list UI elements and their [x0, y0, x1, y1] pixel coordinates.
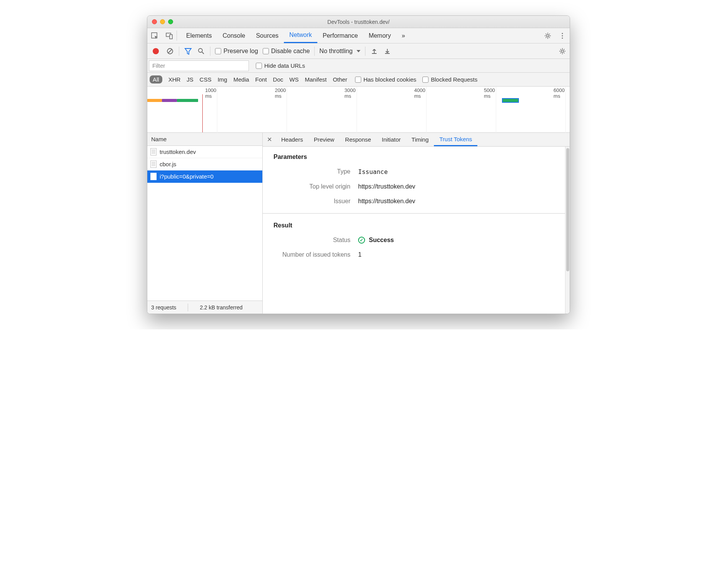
check-circle-icon: ✓: [358, 237, 365, 244]
issued-tokens-value: 1: [358, 251, 362, 258]
filter-all[interactable]: All: [150, 75, 162, 84]
network-toolbar: Preserve log Disable cache No throttling: [147, 43, 570, 59]
timeline-bar: [177, 99, 198, 102]
filter-placeholder: Filter: [152, 62, 165, 69]
tab-memory[interactable]: Memory: [363, 28, 396, 43]
request-name: i?public=0&private=0: [160, 173, 213, 180]
request-list: Name trusttoken.dev cbor.js i?public=0&p…: [147, 133, 263, 314]
document-icon: [150, 173, 157, 180]
upload-har-icon[interactable]: [370, 48, 379, 55]
issuer-value: https://trusttoken.dev: [358, 198, 415, 205]
issued-tokens-label: Number of issued tokens: [273, 251, 350, 258]
timeline-selection[interactable]: [502, 98, 519, 103]
request-row[interactable]: i?public=0&private=0: [147, 170, 262, 183]
throttling-select[interactable]: No throttling: [319, 48, 360, 55]
titlebar: DevTools - trusttoken.dev/: [147, 16, 570, 28]
search-icon[interactable]: [197, 47, 205, 55]
inspect-element-icon[interactable]: [147, 28, 162, 43]
preserve-log-label: Preserve log: [223, 48, 258, 55]
document-icon: [150, 148, 157, 155]
settings-icon[interactable]: [540, 32, 555, 40]
status-label: Status: [273, 237, 350, 244]
tick-label: 1000 ms: [205, 87, 216, 99]
type-filters: All XHR JS CSS Img Media Font Doc WS Man…: [147, 73, 570, 87]
minimize-window-button[interactable]: [160, 19, 165, 24]
filter-doc[interactable]: Doc: [273, 76, 283, 83]
dtab-headers[interactable]: Headers: [276, 133, 308, 146]
timeline-bar: [162, 99, 177, 102]
filter-ws[interactable]: WS: [289, 76, 298, 83]
svg-point-9: [198, 48, 202, 52]
tick-label: 3000 ms: [345, 87, 356, 99]
status-value: Success: [369, 237, 394, 244]
timeline-bar: [147, 99, 162, 102]
filter-other[interactable]: Other: [333, 76, 347, 83]
dtab-trust-tokens[interactable]: Trust Tokens: [434, 133, 477, 146]
request-name: trusttoken.dev: [160, 149, 196, 155]
maximize-window-button[interactable]: [168, 19, 173, 24]
blocked-requests-label: Blocked Requests: [431, 76, 477, 83]
requests-count: 3 requests: [151, 304, 176, 311]
tab-network[interactable]: Network: [284, 28, 317, 43]
dtab-response[interactable]: Response: [340, 133, 377, 146]
close-window-button[interactable]: [152, 19, 157, 24]
traffic-lights: [152, 19, 173, 24]
hide-data-urls-checkbox[interactable]: Hide data URLs: [256, 62, 305, 69]
request-row[interactable]: trusttoken.dev: [147, 146, 262, 158]
request-list-header[interactable]: Name: [147, 133, 262, 146]
filter-xhr[interactable]: XHR: [168, 76, 181, 83]
hide-data-urls-label: Hide data URLs: [264, 62, 305, 69]
dtab-initiator[interactable]: Initiator: [377, 133, 406, 146]
disable-cache-checkbox[interactable]: Disable cache: [263, 48, 310, 55]
filter-css[interactable]: CSS: [200, 76, 212, 83]
tab-more[interactable]: »: [396, 28, 410, 43]
request-row[interactable]: cbor.js: [147, 158, 262, 170]
divider: [263, 213, 570, 214]
svg-line-10: [202, 52, 204, 54]
tick-label: 4000 ms: [414, 87, 425, 99]
timeline[interactable]: 1000 ms 2000 ms 3000 ms 4000 ms 5000 ms …: [147, 87, 570, 133]
dtab-preview[interactable]: Preview: [308, 133, 340, 146]
scrollbar-thumb[interactable]: [566, 148, 569, 271]
download-har-icon[interactable]: [383, 48, 392, 55]
chevron-down-icon: [357, 50, 360, 52]
request-name: cbor.js: [160, 161, 176, 167]
network-settings-icon[interactable]: [558, 47, 567, 55]
tab-sources[interactable]: Sources: [250, 28, 284, 43]
close-detail-icon[interactable]: ✕: [263, 133, 276, 146]
top-origin-value: https://trusttoken.dev: [358, 183, 415, 190]
dtab-timing[interactable]: Timing: [406, 133, 434, 146]
detail-tabs: ✕ Headers Preview Response Initiator Tim…: [263, 133, 570, 147]
filter-icon[interactable]: [184, 47, 192, 55]
clear-icon[interactable]: [166, 47, 174, 55]
type-label: Type: [273, 168, 350, 175]
device-toolbar-icon[interactable]: [162, 28, 177, 43]
svg-point-6: [562, 37, 563, 38]
top-origin-label: Top level origin: [273, 183, 350, 190]
filter-manifest[interactable]: Manifest: [305, 76, 327, 83]
filter-js[interactable]: JS: [187, 76, 193, 83]
tab-performance[interactable]: Performance: [317, 28, 364, 43]
filter-input[interactable]: Filter: [149, 60, 249, 71]
tab-elements[interactable]: Elements: [181, 28, 217, 43]
filter-media[interactable]: Media: [233, 76, 249, 83]
panel-tabs: Elements Console Sources Network Perform…: [181, 28, 540, 43]
filter-row: Filter Hide data URLs: [147, 59, 570, 73]
filter-font[interactable]: Font: [255, 76, 267, 83]
record-button[interactable]: [150, 48, 161, 54]
svg-point-5: [562, 35, 563, 36]
type-value: Issuance: [358, 168, 388, 175]
timeline-marker[interactable]: [202, 94, 203, 132]
has-blocked-cookies-label: Has blocked cookies: [364, 76, 417, 83]
tab-console[interactable]: Console: [217, 28, 251, 43]
filter-img[interactable]: Img: [218, 76, 227, 83]
preserve-log-checkbox[interactable]: Preserve log: [215, 48, 258, 55]
scrollbar[interactable]: [565, 147, 570, 314]
svg-rect-2: [170, 35, 172, 39]
svg-point-11: [561, 50, 564, 52]
transferred-size: 2.2 kB transferred: [200, 304, 242, 311]
blocked-requests-checkbox[interactable]: Blocked Requests: [422, 76, 477, 83]
kebab-menu-icon[interactable]: [555, 32, 570, 40]
svg-point-4: [562, 33, 563, 34]
has-blocked-cookies-checkbox[interactable]: Has blocked cookies: [355, 76, 417, 83]
